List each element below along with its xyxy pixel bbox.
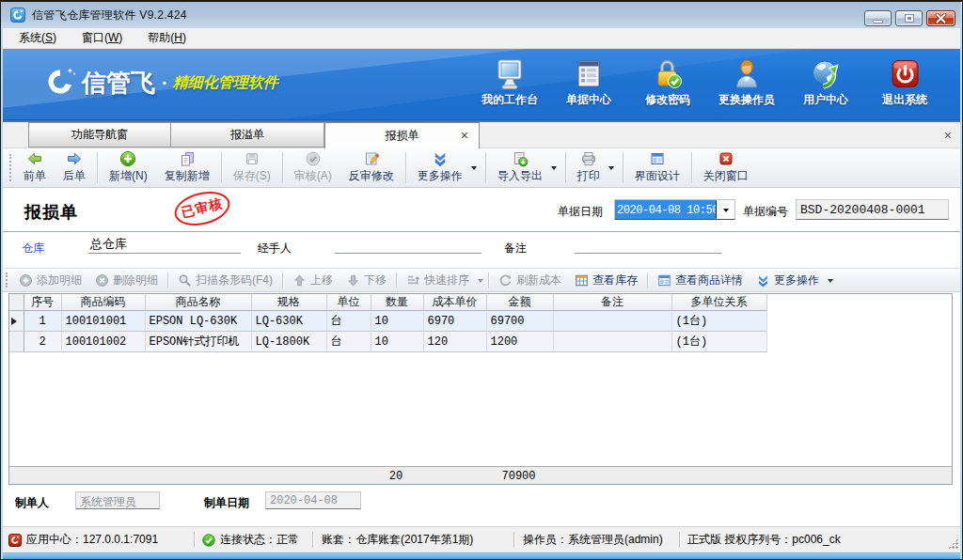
exit-system-button[interactable]: 退出系统 [865, 55, 944, 108]
detail-table: 序号 商品编码 商品名称 规格 单位 数量 成本单价 金额 备注 多单位关系 [9, 294, 767, 352]
col-header-code[interactable]: 商品编码 [61, 294, 145, 311]
view-stock-button[interactable]: 查看库存 [568, 272, 644, 288]
toolbar-grip[interactable] [9, 154, 12, 181]
move-down-button[interactable]: 下移 [339, 272, 393, 288]
minimize-button[interactable] [864, 10, 892, 26]
status-operator: 操作员：系统管理员(admin) [514, 532, 679, 548]
detail-toolbar-grip[interactable] [6, 272, 8, 288]
resize-grip[interactable] [948, 538, 958, 549]
connection-ok-icon [202, 534, 215, 547]
next-doc-button[interactable]: 后单 [55, 148, 94, 187]
move-up-button[interactable]: 上移 [286, 272, 339, 288]
scan-barcode-icon [178, 273, 192, 288]
window-bottom-border [1, 552, 962, 559]
maximize-icon [905, 14, 914, 23]
warehouse-input[interactable]: 总仓库 [88, 236, 241, 254]
brand-name: 信管飞 [82, 67, 155, 100]
tab-overflow-doc[interactable]: 报溢单 [171, 122, 324, 148]
copy-new-button[interactable]: 复制新增 [156, 148, 218, 187]
import-export-button[interactable]: 导入导出 [489, 148, 551, 187]
document-center-button[interactable]: 单据中心 [549, 55, 628, 108]
toolbar-separator [405, 152, 406, 183]
print-dropdown-caret[interactable] [608, 166, 614, 173]
audit-button[interactable]: 审核(A) [286, 148, 340, 187]
maximize-button[interactable] [895, 10, 923, 26]
add-detail-button[interactable]: 添加明细 [12, 272, 88, 288]
more-actions-button[interactable]: 更多操作 [409, 148, 471, 187]
quick-sort-button[interactable]: 快速排序 [400, 272, 476, 288]
col-header-multiunit[interactable]: 多单位关系 [671, 294, 766, 311]
col-header-unit[interactable]: 单位 [326, 294, 371, 311]
refresh-cost-button[interactable]: 刷新成本 [492, 272, 568, 288]
close-window-icon [718, 150, 734, 167]
row-indicator-cell [9, 332, 24, 352]
qty-total: 20 [370, 470, 422, 483]
brand-dot: · [162, 72, 168, 94]
prev-doc-button[interactable]: 前单 [15, 148, 55, 187]
view-product-detail-button[interactable]: 查看商品详情 [651, 272, 750, 288]
import-export-dropdown-caret[interactable] [551, 166, 557, 173]
move-up-icon [292, 273, 307, 288]
more-actions-dropdown-caret[interactable] [471, 166, 477, 173]
col-header-cost[interactable]: 成本单价 [423, 294, 486, 311]
col-header-name[interactable]: 商品名称 [145, 294, 251, 311]
close-button[interactable] [926, 10, 955, 26]
brand-banner: 信管飞 · 精细化管理软件 我的工作台 [1, 49, 962, 120]
quick-sort-dropdown-caret[interactable] [478, 279, 483, 286]
import-export-icon [512, 150, 529, 167]
grid-corner [9, 294, 24, 311]
user-center-button[interactable]: 用户中心 [786, 55, 865, 108]
tabbar-close-icon[interactable]: × [944, 129, 952, 142]
more-detail-actions-button[interactable]: 更多操作 [750, 272, 826, 288]
grid-row-1[interactable]: 1 100101001 EPSON LQ-630K LQ-630K 台 10 6… [9, 311, 766, 332]
view-product-detail-icon [657, 273, 671, 288]
add-new-button[interactable]: 新增(N) [101, 148, 156, 187]
print-button[interactable]: 打印 [569, 148, 608, 187]
tab-function-nav[interactable]: 功能导航窗 [28, 122, 171, 148]
toolbar-separator [691, 152, 692, 183]
doc-date-value[interactable]: 2020-04-08 10:50 [615, 200, 717, 219]
col-header-amount[interactable]: 金额 [486, 294, 553, 311]
current-row-pointer-icon [11, 318, 21, 325]
grid-row-2[interactable]: 2 100101002 EPSON针式打印机 LQ-1800K 台 10 120… [9, 332, 766, 352]
save-button[interactable]: 保存(S) [225, 148, 279, 187]
grid-header-row: 序号 商品编码 商品名称 规格 单位 数量 成本单价 金额 备注 多单位关系 [9, 294, 766, 311]
workbench-button[interactable]: 我的工作台 [470, 55, 549, 108]
more-actions-blue-icon [756, 273, 770, 288]
change-password-button[interactable]: 修改密码 [628, 55, 707, 108]
doc-date-field[interactable]: 2020-04-08 10:50 [614, 199, 735, 220]
tab-close-icon[interactable]: × [461, 129, 468, 142]
view-stock-icon [575, 273, 589, 288]
grid-summary-row: 20 70900 [9, 466, 952, 484]
doc-number-field[interactable]: BSD-20200408-0001 [796, 199, 949, 220]
scan-barcode-button[interactable]: 扫描条形码(F4) [171, 272, 279, 288]
menu-help[interactable]: 帮助(H) [148, 27, 186, 49]
brand-logo: 信管飞 · 精细化管理软件 [42, 66, 278, 100]
status-bar: 应用中心：127.0.0.1:7091 连接状态：正常 账套：仓库账套(2017… [1, 526, 962, 552]
close-icon [935, 13, 947, 23]
col-header-remark[interactable]: 备注 [553, 294, 671, 311]
delete-detail-button[interactable]: 删除明细 [88, 272, 165, 288]
col-header-qty[interactable]: 数量 [371, 294, 423, 311]
unaudit-edit-button[interactable]: 反审修改 [340, 148, 403, 187]
handler-input[interactable] [335, 236, 482, 254]
close-window-button[interactable]: 关闭窗口 [695, 148, 757, 187]
remark-label: 备注 [504, 241, 527, 257]
add-new-icon [119, 150, 136, 167]
doc-date-dropdown-button[interactable] [717, 200, 734, 219]
tab-damage-doc[interactable]: 报损单 × [324, 122, 480, 148]
delete-detail-icon [95, 273, 109, 288]
more-actions-icon [432, 150, 449, 167]
remark-input[interactable] [575, 236, 721, 254]
move-down-icon [346, 273, 360, 288]
toolbar-separator [221, 152, 222, 183]
more-detail-actions-dropdown-caret[interactable] [828, 279, 833, 286]
menu-system[interactable]: 系统(S) [19, 27, 56, 49]
switch-operator-button[interactable]: 更换操作员 [707, 55, 786, 108]
detail-grid: 序号 商品编码 商品名称 规格 单位 数量 成本单价 金额 备注 多单位关系 [8, 293, 953, 485]
col-header-spec[interactable]: 规格 [251, 294, 326, 311]
ui-design-button[interactable]: 界面设计 [626, 148, 688, 187]
workbench-monitor-icon [494, 57, 526, 91]
menu-window[interactable]: 窗口(W) [82, 27, 122, 49]
col-header-seq[interactable]: 序号 [24, 294, 61, 311]
